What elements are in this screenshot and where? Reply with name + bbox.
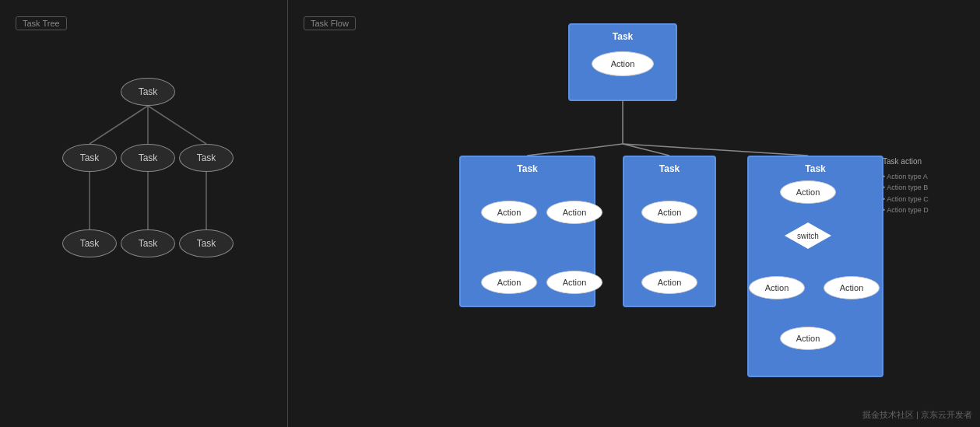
left-panel: Task Tree Task Task Task Task	[0, 0, 288, 427]
root-task-label: Task	[613, 31, 633, 42]
svg-line-7	[527, 144, 623, 156]
box3-action3: Action	[824, 276, 880, 299]
task-box-3-label: Task	[805, 163, 825, 174]
left-bot1-task: Task	[62, 229, 117, 257]
task-box-2-label: Task	[659, 163, 680, 174]
root-action-oval: Action	[592, 51, 654, 76]
svg-line-2	[148, 106, 206, 144]
left-mid2-task: Task	[121, 144, 175, 172]
right-panel-label: Task Flow	[304, 16, 356, 30]
task-box-1-label: Task	[517, 163, 537, 174]
left-bot3-task: Task	[179, 229, 234, 257]
watermark: 掘金技术社区 | 京东云开发者	[862, 409, 972, 421]
left-bot2-task: Task	[121, 229, 175, 257]
box3-action1: Action	[780, 180, 836, 204]
box1-action1: Action	[481, 201, 537, 224]
box3-action4: Action	[780, 327, 836, 350]
svg-line-9	[623, 144, 808, 156]
side-note-4: • Action type D	[883, 205, 976, 215]
left-mid3-task: Task	[179, 144, 234, 172]
svg-line-0	[90, 106, 148, 144]
side-note-title: Task action	[883, 156, 976, 168]
left-panel-label: Task Tree	[16, 16, 67, 30]
side-note-2: • Action type B	[883, 182, 976, 193]
box1-action3: Action	[481, 271, 537, 294]
side-notes: Task action • Action type A • Action typ…	[883, 156, 976, 216]
box1-action2: Action	[546, 201, 602, 224]
left-mid1-task: Task	[62, 144, 117, 172]
left-root-task: Task	[121, 78, 175, 106]
side-note-3: • Action type C	[883, 194, 976, 205]
root-task-box: Task Action	[568, 23, 677, 101]
box2-action1: Action	[641, 201, 697, 224]
box2-action2: Action	[641, 271, 697, 294]
box3-action2: Action	[749, 276, 805, 299]
main-container: Task Tree Task Task Task Task	[0, 0, 980, 427]
svg-line-8	[623, 144, 669, 156]
box1-action4: Action	[546, 271, 602, 294]
side-note-1: • Action type A	[883, 171, 976, 182]
right-panel: Task Flow	[288, 0, 980, 427]
